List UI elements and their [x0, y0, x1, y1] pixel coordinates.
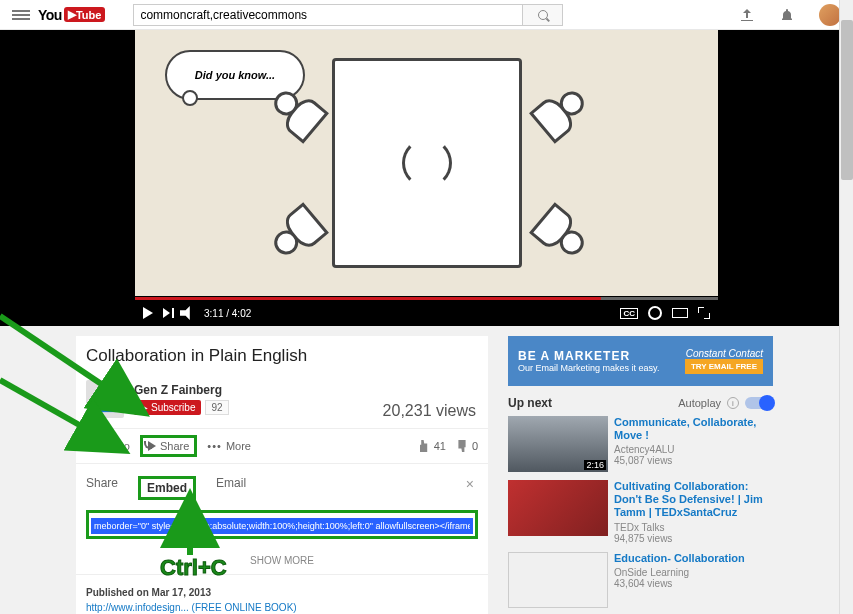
channel-name[interactable]: Gen Z Fainberg [134, 383, 478, 397]
controls-right: CC [620, 306, 710, 320]
autoplay-control: Autoplay i [678, 397, 773, 409]
recommendation-item[interactable]: Cultivating Collaboration: Don't Be So D… [508, 480, 773, 544]
autoplay-toggle[interactable] [745, 397, 773, 409]
rec-title: Communicate, Collaborate, Move ! [614, 416, 773, 442]
sidebar: BE A MARKETER Our Email Marketing makes … [508, 336, 773, 614]
rec-views: 43,604 views [614, 578, 745, 589]
dots-icon [207, 440, 222, 452]
subscriber-count: 92 [205, 400, 228, 415]
page-scrollbar[interactable] [839, 0, 853, 614]
search-form [133, 4, 563, 26]
theater-mode-icon[interactable] [672, 308, 688, 318]
top-right-actions [739, 4, 841, 26]
rec-meta: Cultivating Collaboration: Don't Be So D… [614, 480, 773, 544]
publish-date: Published on Mar 17, 2013 [86, 585, 478, 600]
like-section: 41 0 [418, 440, 478, 452]
notifications-icon[interactable] [779, 7, 795, 23]
show-more-button[interactable]: SHOW MORE [76, 547, 488, 575]
rec-meta: Communicate, Collaborate, Move ! Actency… [614, 416, 773, 472]
top-bar: You ▶ Tube [0, 0, 853, 30]
email-tab[interactable]: Email [216, 476, 246, 500]
search-input[interactable] [133, 4, 523, 26]
rec-title: Cultivating Collaboration: Don't Be So D… [614, 480, 773, 520]
rec-meta: Education- Collaboration OnSide Learning… [614, 552, 745, 608]
rec-title: Education- Collaboration [614, 552, 745, 565]
like-button[interactable]: 41 [418, 440, 446, 452]
cycle-icon [402, 138, 452, 188]
title-row: Collaboration in Plain English [76, 336, 488, 376]
below-player: Collaboration in Plain English 👤 Gen Z F… [0, 326, 853, 614]
youtube-logo[interactable]: You ▶ Tube [38, 7, 105, 23]
ad-banner[interactable]: BE A MARKETER Our Email Marketing makes … [508, 336, 773, 386]
video-figure [261, 193, 339, 270]
search-icon [538, 10, 548, 20]
upnext-header: Up next Autoplay i [508, 396, 773, 410]
hamburger-icon[interactable] [12, 8, 30, 22]
share-tab[interactable]: Share [86, 476, 118, 500]
channel-row: 👤 Gen Z Fainberg ▶ Subscribe 92 20,231 v… [76, 376, 488, 428]
ad-cta-button[interactable]: TRY EMAIL FREE [685, 359, 763, 374]
search-button[interactable] [523, 4, 563, 26]
thumb-down-icon [456, 440, 468, 452]
rec-thumbnail: 2:16 [508, 416, 608, 472]
video-player: Did you know... 3:11 / 4:02 CC [0, 30, 853, 326]
play-icon[interactable] [143, 307, 153, 319]
video-figure [519, 77, 597, 154]
main-column: Collaboration in Plain English 👤 Gen Z F… [76, 336, 488, 614]
rec-channel: TEDx Talks [614, 522, 773, 533]
next-icon[interactable] [163, 308, 170, 318]
view-count: 20,231 views [383, 402, 476, 420]
embed-tab[interactable]: Embed [138, 476, 196, 500]
more-button[interactable]: More [207, 440, 251, 452]
share-arrow-icon [148, 441, 156, 451]
rec-thumbnail [508, 552, 608, 608]
thumb-up-icon [418, 440, 430, 452]
ad-brand: Constant Contact [685, 348, 763, 359]
action-row: Add to Share More 41 0 [76, 428, 488, 464]
share-panel: Share Embed Email × [76, 464, 488, 547]
upload-icon[interactable] [739, 7, 755, 23]
add-to-button[interactable]: Add to [86, 438, 130, 454]
video-description: Published on Mar 17, 2013 http://www.inf… [76, 575, 488, 614]
scrollbar-thumb[interactable] [841, 20, 853, 180]
channel-avatar[interactable]: 👤 [86, 380, 124, 418]
logo-you: You [38, 7, 62, 23]
user-avatar[interactable] [819, 4, 841, 26]
ad-title: BE A MARKETER [518, 349, 659, 363]
rec-views: 94,875 views [614, 533, 773, 544]
video-table-graphic [332, 58, 522, 268]
dislike-button[interactable]: 0 [456, 440, 478, 452]
rec-duration: 2:16 [584, 460, 606, 470]
player-controls: 3:11 / 4:02 CC [135, 300, 718, 326]
video-figure [519, 193, 597, 270]
rec-thumbnail [508, 480, 608, 536]
info-icon[interactable]: i [727, 397, 739, 409]
video-content[interactable]: Did you know... [135, 30, 718, 296]
settings-gear-icon[interactable] [648, 306, 662, 320]
logo-tube: ▶ Tube [64, 7, 105, 22]
rec-channel: Actency4ALU [614, 444, 773, 455]
upnext-label: Up next [508, 396, 552, 410]
recommendation-item[interactable]: Education- Collaboration OnSide Learning… [508, 552, 773, 608]
rec-views: 45,087 views [614, 455, 773, 466]
rec-channel: OnSide Learning [614, 567, 745, 578]
embed-code-input[interactable] [91, 518, 473, 534]
ad-subtitle: Our Email Marketing makes it easy. [518, 363, 659, 373]
video-title: Collaboration in Plain English [86, 346, 478, 366]
share-button[interactable]: Share [140, 435, 197, 457]
autoplay-label: Autoplay [678, 397, 721, 409]
subscribe-button[interactable]: ▶ Subscribe [134, 400, 201, 415]
time-display: 3:11 / 4:02 [204, 308, 251, 319]
embed-input-highlight [86, 510, 478, 539]
desc-link-1[interactable]: http://www.infodesign... (FREE ONLINE BO… [86, 600, 478, 614]
plus-icon [86, 438, 94, 454]
cc-icon[interactable]: CC [620, 308, 638, 319]
close-icon[interactable]: × [466, 476, 474, 492]
recommendation-item[interactable]: 2:16 Communicate, Collaborate, Move ! Ac… [508, 416, 773, 472]
share-tabs: Share Embed Email × [86, 472, 478, 504]
fullscreen-icon[interactable] [698, 307, 710, 319]
volume-icon[interactable] [180, 306, 194, 320]
